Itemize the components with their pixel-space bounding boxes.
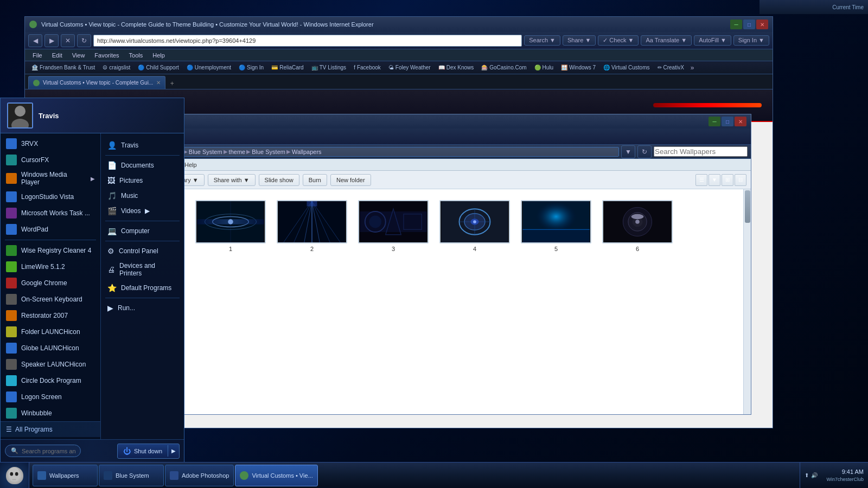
right-item-default-programs[interactable]: ⭐ Default Programs xyxy=(101,280,184,296)
all-programs-button[interactable]: ☰ All Programs xyxy=(1,421,100,437)
menu-file[interactable]: File xyxy=(28,51,47,60)
thumb-item-4[interactable]: 4 xyxy=(439,200,510,252)
forward-button[interactable]: ▶ xyxy=(44,34,59,47)
right-item-devices-printers[interactable]: 🖨 Devices and Printers xyxy=(101,259,184,280)
menu-view[interactable]: View xyxy=(68,51,90,60)
bookmark-windows7[interactable]: 🪟Windows 7 xyxy=(558,63,599,72)
taskbar-item-virtual-customs[interactable]: Virtual Customs • Vie... xyxy=(235,465,317,486)
fe-dropdown[interactable]: ▼ xyxy=(621,145,635,158)
bookmarks-more[interactable]: » xyxy=(688,64,697,72)
thumb-item-2[interactable]: 2 xyxy=(277,200,347,252)
start-item-globe-launch[interactable]: Globe LAUNCHicon xyxy=(1,340,100,356)
minimize-button[interactable]: ─ xyxy=(730,20,742,29)
bookmark-tv-listings[interactable]: 📺TV Listings xyxy=(308,63,349,72)
taskbar-item-photoshop[interactable]: Adobe Photoshop xyxy=(165,465,234,486)
start-item-folder-launch[interactable]: Folder LAUNCHicon xyxy=(1,324,100,340)
fe-view-dropdown[interactable]: ▼ xyxy=(709,174,720,186)
maximize-button[interactable]: □ xyxy=(743,20,755,29)
right-item-music[interactable]: 🎵 Music xyxy=(101,188,184,203)
fe-view-medium[interactable]: ⊞ xyxy=(722,174,733,186)
right-item-run[interactable]: ▶ Run... xyxy=(101,300,184,316)
fe-slideshow-btn[interactable]: Slide show xyxy=(259,174,299,186)
start-item-osk[interactable]: On-Screen Keyboard xyxy=(1,291,100,307)
thumb-item-5[interactable]: 5 xyxy=(521,200,591,252)
search-box[interactable]: 🔍 xyxy=(5,445,81,457)
bookmark-signin[interactable]: 🔵Sign In xyxy=(235,63,267,72)
start-item-chrome[interactable]: Google Chrome xyxy=(1,275,100,291)
tab-1[interactable]: Virtual Customs • View topic - Complete … xyxy=(28,76,165,89)
bookmark-gocasino[interactable]: 🎰GoCasino.Com xyxy=(478,63,529,72)
translate-button[interactable]: Aa Translate ▼ xyxy=(641,35,692,46)
bookmark-dex-knows[interactable]: 📖Dex Knows xyxy=(435,63,477,72)
start-item-speaker-launch[interactable]: Speaker LAUNCHicon xyxy=(1,356,100,373)
start-item-logon-screen[interactable]: Logon Screen xyxy=(1,389,100,405)
bookmark-frandsen[interactable]: 🏦Frandsen Bank & Trust xyxy=(28,63,98,72)
fe-minimize[interactable]: ─ xyxy=(709,117,720,126)
right-item-videos[interactable]: 🎬 Videos ▶ xyxy=(101,203,184,219)
thumb-item-6[interactable]: 6 xyxy=(602,200,673,252)
menu-edit[interactable]: Edit xyxy=(48,51,67,60)
fe-close[interactable]: ✕ xyxy=(735,117,746,126)
right-item-pictures[interactable]: 🖼 Pictures xyxy=(101,173,184,188)
fe-view-detail[interactable]: ☰ xyxy=(695,174,707,186)
start-button[interactable] xyxy=(0,463,29,489)
shutdown-button[interactable]: ⏻ Shut down ▶ xyxy=(117,444,180,459)
start-item-restorator[interactable]: Restorator 2007 xyxy=(1,307,100,324)
bookmark-craigslist[interactable]: ☮craigslist xyxy=(99,63,133,72)
right-item-documents[interactable]: 📄 Documents xyxy=(101,158,184,173)
right-item-computer[interactable]: 💻 Computer xyxy=(101,223,184,239)
start-item-circle-dock[interactable]: Circle Dock Program xyxy=(1,373,100,389)
start-item-3rvx[interactable]: 3RVX xyxy=(1,136,100,152)
start-item-wordpad[interactable]: WordPad xyxy=(1,221,100,237)
menu-tools[interactable]: Tools xyxy=(125,51,148,60)
taskbar-item-blue-system[interactable]: Blue System xyxy=(99,465,164,486)
bookmark-child-support[interactable]: 🔵Child Support xyxy=(135,63,182,72)
fe-main-scrollbar[interactable] xyxy=(743,189,751,414)
refresh-button[interactable]: ↻ xyxy=(77,34,91,47)
right-item-control-panel[interactable]: ⚙ Control Panel xyxy=(101,243,184,259)
start-item-msworks[interactable]: Microsoft Works Task ... xyxy=(1,205,100,221)
restorator-icon xyxy=(6,310,17,321)
back-button[interactable]: ◀ xyxy=(28,34,42,47)
start-item-limewire[interactable]: LimeWire 5.1.2 xyxy=(1,259,100,275)
start-item-logonstudio[interactable]: LogonStudio Vista xyxy=(1,189,100,205)
check-button[interactable]: ✓ Check ▼ xyxy=(598,35,639,46)
run-icon: ▶ xyxy=(107,304,113,312)
search-input[interactable] xyxy=(22,448,76,454)
fe-refresh[interactable]: ↻ xyxy=(637,145,652,158)
fe-search-input[interactable] xyxy=(654,146,748,157)
clock-display[interactable]: 9:41 AM Win7chesterClub xyxy=(822,468,868,483)
tab-close[interactable]: ✕ xyxy=(156,80,161,86)
bookmark-foley-weather[interactable]: 🌤Foley Weather xyxy=(385,63,434,72)
start-item-winbubble[interactable]: Winbubble xyxy=(1,405,100,421)
new-tab-button[interactable]: + xyxy=(165,78,178,89)
taskbar-item-wallpapers[interactable]: Wallpapers xyxy=(33,465,98,486)
bookmark-virtual-customs[interactable]: 🌐Virtual Customs xyxy=(600,63,653,72)
signin-button[interactable]: Sign In ▼ xyxy=(733,35,769,46)
start-item-registry[interactable]: Wise Registry Cleaner 4 xyxy=(1,242,100,259)
fe-maximize[interactable]: □ xyxy=(722,117,733,126)
bookmark-facebook[interactable]: fFacebook xyxy=(350,63,384,72)
search-button[interactable]: Search ▼ xyxy=(524,35,560,46)
start-item-wmp[interactable]: Windows Media Player ▶ xyxy=(1,168,100,189)
share-button[interactable]: Share ▼ xyxy=(563,35,596,46)
menu-favorites[interactable]: Favorites xyxy=(90,51,123,60)
bookmark-hulu[interactable]: 🟢Hulu xyxy=(531,63,557,72)
bookmark-creativx[interactable]: ✏CreativX xyxy=(654,63,687,72)
fe-view-large[interactable]: ⊟ xyxy=(735,174,746,186)
fe-share-btn[interactable]: Share with ▼ xyxy=(208,174,256,186)
fe-burn-btn[interactable]: Burn xyxy=(303,174,327,186)
stop-button[interactable]: ✕ xyxy=(61,34,75,47)
bookmark-reliacard[interactable]: 💳ReliaCard xyxy=(268,63,307,72)
thumb-item-1[interactable]: 1 xyxy=(195,200,266,252)
shutdown-arrow[interactable]: ▶ xyxy=(168,445,179,457)
start-item-cursorfx[interactable]: CursorFX xyxy=(1,152,100,168)
fe-newfolder-btn[interactable]: New folder xyxy=(330,174,371,186)
autofill-button[interactable]: AutoFill ▼ xyxy=(694,35,731,46)
bookmark-unemployment[interactable]: 🔵Unemployment xyxy=(183,63,234,72)
close-button[interactable]: ✕ xyxy=(756,20,768,29)
address-bar[interactable]: http://www.virtualcustoms.net/viewtopic.… xyxy=(93,35,522,47)
thumb-item-3[interactable]: 3 xyxy=(358,200,429,252)
menu-help[interactable]: Help xyxy=(148,51,169,60)
right-item-travis[interactable]: 👤 Travis xyxy=(101,138,184,153)
